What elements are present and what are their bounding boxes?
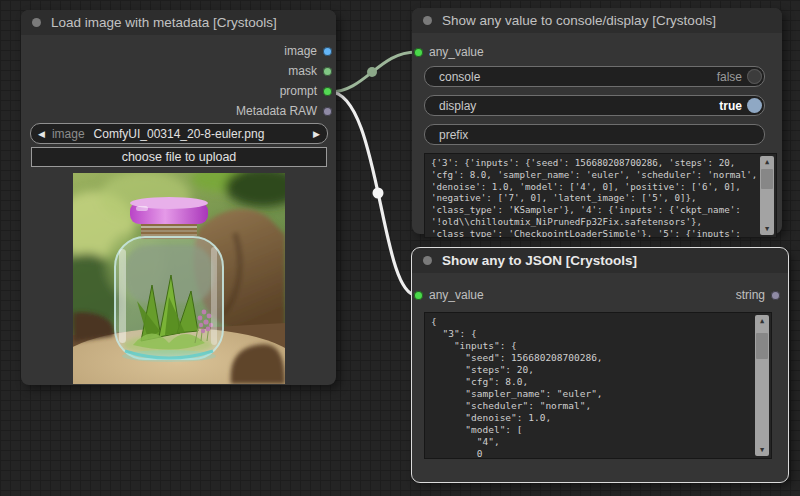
widget-label: console [439,70,480,84]
console-output-textarea[interactable]: {'3': {'inputs': {'seed': 15668020870028… [424,153,777,238]
link-dot-white [373,188,384,199]
node-title: Show any to JSON [Crystools] [442,253,637,268]
output-label: Metadata RAW [236,104,317,118]
input-label: any_value [429,288,484,302]
output-slot-prompt: prompt [21,81,336,101]
output-slot-metadata-raw: Metadata RAW [21,101,336,121]
scroll-up-icon[interactable]: ▲ [765,156,769,168]
output-label: image [284,44,317,58]
node-titlebar[interactable]: Show any value to console/display [Cryst… [412,8,782,33]
input-label: any_value [429,45,484,59]
combo-prev-icon[interactable]: ◀ [31,129,52,139]
node-load-image-with-metadata[interactable]: Load image with metadata [Crystools] ima… [21,10,336,385]
node-title: Show any value to console/display [Cryst… [442,13,716,28]
node-titlebar[interactable]: Show any to JSON [Crystools] [412,248,788,273]
output-label: string [736,288,765,302]
node-show-any-to-json[interactable]: Show any to JSON [Crystools] any_value s… [412,248,788,482]
scrollbar-thumb[interactable] [756,333,768,359]
image-file-combo[interactable]: ◀ image ComfyUI_00314_20-8-euler.png ▶ [30,123,328,144]
widget-console-toggle[interactable]: console false [424,66,765,87]
widget-display-toggle[interactable]: display true [424,95,765,116]
scroll-down-icon[interactable]: ▼ [760,444,764,456]
node-show-any-value-console[interactable]: Show any value to console/display [Cryst… [412,8,782,234]
output-dot-prompt[interactable] [323,87,332,96]
scrollbar[interactable]: ▲ ▼ [755,315,769,456]
node-titlebar[interactable]: Load image with metadata [Crystools] [21,10,336,35]
output-dot-mask[interactable] [323,67,332,76]
output-label: prompt [280,84,317,98]
input-dot-any-value[interactable] [414,291,423,300]
link-dot-green [367,67,377,77]
choose-file-button[interactable]: choose file to upload [31,147,327,167]
output-label: mask [288,64,317,78]
combo-label: image [52,127,85,141]
toggle-knob[interactable] [747,69,762,84]
collapse-dot-icon[interactable] [423,16,432,25]
widget-label: display [439,99,476,113]
input-dot-any-value[interactable] [414,48,423,57]
image-preview [73,173,285,384]
output-dot-image[interactable] [323,47,332,56]
scrollbar[interactable]: ▲ ▼ [760,156,774,235]
output-dot-string[interactable] [771,291,780,300]
widget-value: false [717,70,742,84]
collapse-dot-icon[interactable] [32,18,41,27]
combo-next-icon[interactable]: ▶ [306,129,327,139]
scrollbar-thumb[interactable] [761,169,773,189]
collapse-dot-icon[interactable] [423,256,432,265]
scroll-up-icon[interactable]: ▲ [760,315,764,327]
widget-prefix-input[interactable]: prefix [424,124,765,145]
output-dot-metadata-raw[interactable] [323,107,332,116]
output-slot-image: image [21,41,336,61]
json-output-textarea[interactable]: { "3": { "inputs": { "seed": 15668020870… [424,312,772,459]
widget-label: prefix [439,128,468,142]
toggle-knob[interactable] [747,98,762,113]
node-title: Load image with metadata [Crystools] [51,15,277,30]
json-output-text: { "3": { "inputs": { "seed": 15668020870… [425,313,771,459]
widget-value: true [719,99,742,113]
output-slot-mask: mask [21,61,336,81]
scroll-down-icon[interactable]: ▼ [765,223,769,235]
console-output-text: {'3': {'inputs': {'seed': 15668020870028… [425,154,776,238]
